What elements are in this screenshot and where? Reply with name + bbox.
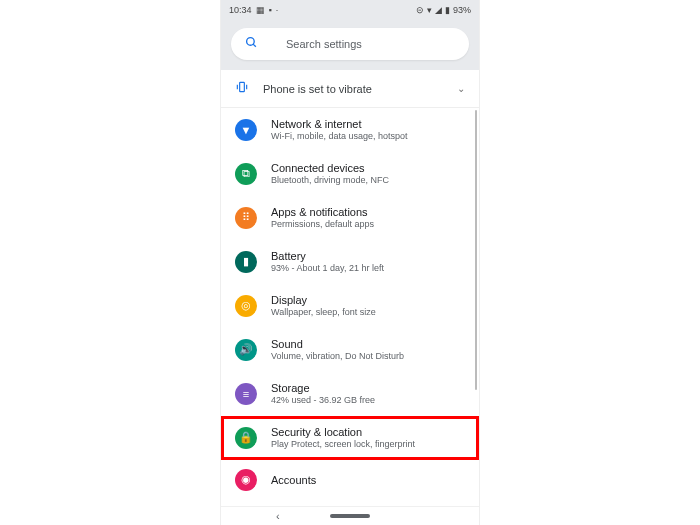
battery-percent: 93%	[453, 5, 471, 15]
navigation-bar: ‹	[221, 506, 479, 525]
card-icon: ▦	[256, 5, 265, 15]
search-bar[interactable]: Search settings	[231, 28, 469, 60]
settings-row-connected-devices[interactable]: ⧉Connected devicesBluetooth, driving mod…	[221, 152, 479, 196]
accounts-icon: ◉	[235, 469, 257, 491]
row-subtitle: Volume, vibration, Do Not Disturb	[271, 351, 404, 363]
sound-icon: 🔊	[235, 339, 257, 361]
row-texts: Accounts	[271, 473, 316, 487]
row-title: Security & location	[271, 425, 415, 439]
settings-list: ▼Network & internetWi-Fi, mobile, data u…	[221, 108, 479, 500]
row-title: Network & internet	[271, 117, 408, 131]
row-texts: Security & locationPlay Protect, screen …	[271, 425, 415, 451]
storage-icon: ≡	[235, 383, 257, 405]
row-texts: Connected devicesBluetooth, driving mode…	[271, 161, 389, 187]
row-subtitle: Wi-Fi, mobile, data usage, hotspot	[271, 131, 408, 143]
chevron-down-icon: ⌄	[457, 83, 465, 94]
row-title: Accounts	[271, 473, 316, 487]
row-texts: Battery93% - About 1 day, 21 hr left	[271, 249, 384, 275]
row-subtitle: 93% - About 1 day, 21 hr left	[271, 263, 384, 275]
battery-icon: ▮	[235, 251, 257, 273]
row-texts: SoundVolume, vibration, Do Not Disturb	[271, 337, 404, 363]
signal-icon: ◢	[435, 5, 442, 15]
row-title: Apps & notifications	[271, 205, 374, 219]
search-icon	[245, 36, 258, 52]
display-icon: ◎	[235, 295, 257, 317]
status-dot: ·	[276, 5, 279, 15]
security-location-icon: 🔒	[235, 427, 257, 449]
row-subtitle: 42% used - 36.92 GB free	[271, 395, 375, 407]
svg-line-1	[253, 44, 256, 47]
battery-icon: ▮	[445, 5, 450, 15]
phone-frame: 10:34 ▦ ▪ · ⊝ ▾ ◢ ▮ 93% Search settings …	[221, 0, 479, 525]
row-title: Display	[271, 293, 376, 307]
back-button[interactable]: ‹	[276, 510, 280, 522]
settings-row-accounts[interactable]: ◉Accounts	[221, 460, 479, 500]
vibrate-icon	[235, 80, 249, 97]
settings-row-storage[interactable]: ≡Storage42% used - 36.92 GB free	[221, 372, 479, 416]
search-placeholder: Search settings	[286, 38, 362, 50]
row-title: Sound	[271, 337, 404, 351]
row-texts: DisplayWallpaper, sleep, font size	[271, 293, 376, 319]
settings-row-sound[interactable]: 🔊SoundVolume, vibration, Do Not Disturb	[221, 328, 479, 372]
settings-row-battery[interactable]: ▮Battery93% - About 1 day, 21 hr left	[221, 240, 479, 284]
svg-point-0	[247, 38, 255, 46]
row-subtitle: Permissions, default apps	[271, 219, 374, 231]
banner-text: Phone is set to vibrate	[263, 83, 443, 95]
connected-devices-icon: ⧉	[235, 163, 257, 185]
row-texts: Network & internetWi-Fi, mobile, data us…	[271, 117, 408, 143]
vibrate-banner[interactable]: Phone is set to vibrate ⌄	[221, 70, 479, 108]
row-subtitle: Play Protect, screen lock, fingerprint	[271, 439, 415, 451]
svg-rect-2	[240, 82, 245, 91]
dnd-icon: ⊝	[416, 5, 424, 15]
status-bar: 10:34 ▦ ▪ · ⊝ ▾ ◢ ▮ 93%	[221, 0, 479, 20]
status-time: 10:34	[229, 5, 252, 15]
row-texts: Apps & notificationsPermissions, default…	[271, 205, 374, 231]
notif-icon: ▪	[269, 5, 272, 15]
row-texts: Storage42% used - 36.92 GB free	[271, 381, 375, 407]
settings-row-security-location[interactable]: 🔒Security & locationPlay Protect, screen…	[221, 416, 479, 460]
row-title: Connected devices	[271, 161, 389, 175]
settings-row-apps-notifications[interactable]: ⠿Apps & notificationsPermissions, defaul…	[221, 196, 479, 240]
row-title: Storage	[271, 381, 375, 395]
row-subtitle: Bluetooth, driving mode, NFC	[271, 175, 389, 187]
settings-content: Phone is set to vibrate ⌄ ▼Network & int…	[221, 70, 479, 507]
header-area: Search settings	[221, 20, 479, 70]
row-title: Battery	[271, 249, 384, 263]
wifi-icon: ▾	[427, 5, 432, 15]
apps-notifications-icon: ⠿	[235, 207, 257, 229]
home-pill[interactable]	[330, 514, 370, 518]
network-internet-icon: ▼	[235, 119, 257, 141]
row-subtitle: Wallpaper, sleep, font size	[271, 307, 376, 319]
settings-row-display[interactable]: ◎DisplayWallpaper, sleep, font size	[221, 284, 479, 328]
settings-row-network-internet[interactable]: ▼Network & internetWi-Fi, mobile, data u…	[221, 108, 479, 152]
